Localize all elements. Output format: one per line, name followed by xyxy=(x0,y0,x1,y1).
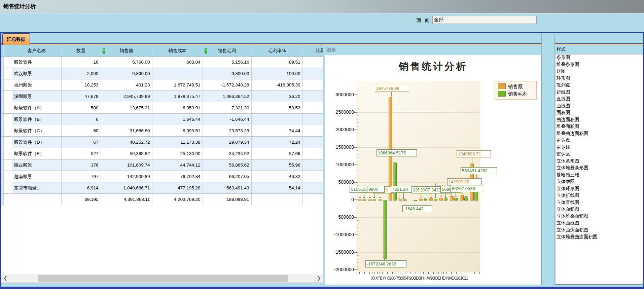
style-list-item[interactable]: 曲线图 xyxy=(555,103,643,110)
table-row[interactable]: 陕西顺景376101,609.7444,744.1256,865.6255.96 xyxy=(1,159,323,171)
table-cell xyxy=(302,79,323,91)
y-axis-tick-label: 3000000 xyxy=(327,92,354,97)
style-list-item[interactable]: 立体曲边面积图 xyxy=(555,227,643,234)
row-header[interactable] xyxy=(3,182,12,194)
style-list-item[interactable]: 条形图 xyxy=(555,54,643,61)
bar-gross-profit xyxy=(424,199,427,201)
x-axis-labels: 00.XTBYH0288-75895-R93BDBHH.W9BOEHDY84D0… xyxy=(350,276,488,281)
data-label: 1066364.5175 xyxy=(377,149,417,156)
period-input[interactable] xyxy=(432,16,537,24)
table-row[interactable]: 顺景软件（C）6031,666.808,093.5123,573.2974.44 xyxy=(1,125,323,137)
style-list-item[interactable]: 堆叠面积图 xyxy=(555,123,643,130)
table-cell: 2,000 xyxy=(61,68,101,79)
chart-legend: 销售额销售毛利 xyxy=(495,81,537,100)
row-header[interactable] xyxy=(3,57,12,68)
column-header[interactable] xyxy=(3,45,12,57)
row-header[interactable] xyxy=(3,194,12,205)
table-row[interactable]: 越南顺景797142,909.8976,702.8466,207.0546.32 xyxy=(1,171,323,182)
row-header[interactable] xyxy=(3,79,12,91)
style-list-item[interactable]: 面积图 xyxy=(555,109,643,116)
style-list-item[interactable]: 散列点 xyxy=(555,82,643,89)
row-edge xyxy=(1,68,3,79)
scrollbar-thumb[interactable] xyxy=(38,275,288,282)
row-edge xyxy=(1,182,3,194)
row-header[interactable] xyxy=(3,91,12,102)
total-row[interactable]: 69,1954,391,868.114,203,769.20188,098.91 xyxy=(1,194,323,205)
row-header[interactable] xyxy=(3,137,12,148)
table-row[interactable]: 顺景软件（B）61,646.44-1,646.44 xyxy=(1,114,323,125)
table-row[interactable]: 顺景软件（D）6740,252.7211,173.3829,079.3472.2… xyxy=(1,137,323,148)
horizontal-scrollbar[interactable]: ❮ ❯ xyxy=(1,275,323,283)
table-row[interactable]: 顺景软件165,760.00603.845,156.1689.51 xyxy=(1,57,323,68)
table-row[interactable]: 深圳顺景47,6792,945,739.991,879,375.471,066,… xyxy=(1,91,323,102)
style-list-item[interactable]: 雷达区 xyxy=(555,151,643,158)
callout-stem-foot xyxy=(369,197,371,198)
bar-gross-profit xyxy=(362,200,366,201)
table-cell: 1,646.44 xyxy=(152,114,203,125)
column-header[interactable]: 销售额 xyxy=(101,45,152,57)
chart-style-listbox[interactable]: 条形图堆叠条形图饼图环形图散列点折线图直线图曲线图面积图曲边面积图堆叠面积图堆叠… xyxy=(555,54,643,285)
row-header[interactable] xyxy=(3,159,12,171)
callout-stem-foot xyxy=(420,197,422,198)
column-header[interactable]: 毛利率% xyxy=(251,45,302,57)
table-cell: 500 xyxy=(61,102,101,114)
style-list-item[interactable]: 饼图 xyxy=(555,68,643,75)
style-list-item[interactable]: 立体环形图 xyxy=(555,185,643,192)
callout-stem-foot xyxy=(465,196,467,197)
style-list-item[interactable]: 立体堆叠面积图 xyxy=(555,213,643,220)
callout-stem xyxy=(472,158,472,163)
column-header[interactable]: 销售毛利 xyxy=(203,45,251,57)
column-header[interactable]: 客户名称 xyxy=(12,45,61,57)
column-header[interactable]: 数量 xyxy=(61,45,101,57)
row-edge xyxy=(1,114,3,125)
table-cell: 74.44 xyxy=(251,125,302,137)
scroll-left-button[interactable]: ❮ xyxy=(1,275,9,282)
style-list-item[interactable]: 立体直线图 xyxy=(555,199,643,206)
table-row[interactable]: 顺景软件（E）52759,365.8225,130.9034,234.9257.… xyxy=(1,148,323,159)
table-cell: 8,093.51 xyxy=(152,125,203,137)
table-cell: 376 xyxy=(61,159,101,171)
scroll-right-button[interactable]: ❯ xyxy=(315,275,323,282)
table-cell xyxy=(302,194,323,205)
table-cell: 36.20 xyxy=(251,91,302,102)
panel-splitter[interactable] xyxy=(541,34,555,285)
data-label: 2945739.99 xyxy=(375,85,409,92)
table-cell: 顺景软件（E） xyxy=(12,148,61,159)
table-cell: 1,040,686.71 xyxy=(101,182,152,194)
style-list-item[interactable]: 立体面积图 xyxy=(555,206,643,213)
table-cell xyxy=(251,114,302,125)
row-header[interactable] xyxy=(3,171,12,182)
style-list-item[interactable]: 立体折线图 xyxy=(555,192,643,199)
row-header[interactable] xyxy=(3,102,12,114)
gridline xyxy=(357,270,480,270)
column-header[interactable]: 比重( xyxy=(302,45,323,57)
style-list-item[interactable]: 环形图 xyxy=(555,75,643,82)
row-header[interactable] xyxy=(3,125,12,137)
style-list-item[interactable]: 曼哈顿三维 xyxy=(555,172,643,179)
table-cell: 34,234.92 xyxy=(203,148,251,159)
style-list-item[interactable]: 曲边面积图 xyxy=(555,116,643,123)
table-row[interactable]: 顺景软件（A）50013,675.216,353.917,321.3053.53 xyxy=(1,102,323,114)
style-list-item[interactable]: 立体曲线图 xyxy=(555,220,643,227)
style-list-item[interactable]: 雷达线 xyxy=(555,144,643,151)
table-row[interactable]: 东莞市顺景...6,9141,040,686.71477,195.28563,4… xyxy=(1,182,323,194)
style-list-item[interactable]: 立体条形图 xyxy=(555,158,643,165)
style-list-item[interactable]: 雷达点 xyxy=(555,137,643,144)
period-label: 期 间 xyxy=(416,17,431,24)
style-list-item[interactable]: 立体堆叠曲边面积图 xyxy=(555,233,643,241)
style-list-item[interactable]: 立体饼图 xyxy=(555,178,643,185)
row-header[interactable] xyxy=(3,148,12,159)
style-list-item[interactable]: 直线图 xyxy=(555,96,643,103)
table-row[interactable]: 武汉顺景2,0009,800.009,800.00100.00 xyxy=(1,68,323,79)
row-header[interactable] xyxy=(3,114,12,125)
column-header[interactable]: 销售成本 xyxy=(152,45,203,57)
style-list-item[interactable]: 堆叠曲边面积图 xyxy=(555,130,643,137)
style-list-item[interactable]: 立体堆叠条形图 xyxy=(555,165,643,172)
table-row[interactable]: 杭州顺景10,253401.231,672,749.51-1,672,348.2… xyxy=(1,79,323,91)
bar-gross-profit xyxy=(403,200,407,201)
row-header[interactable] xyxy=(3,68,12,79)
style-list-item[interactable]: 堆叠条形图 xyxy=(555,61,643,68)
tab-summary-data[interactable]: 汇总数据 xyxy=(2,33,30,45)
style-list-item[interactable]: 折线图 xyxy=(555,89,643,96)
callout-stem-foot xyxy=(440,196,442,197)
